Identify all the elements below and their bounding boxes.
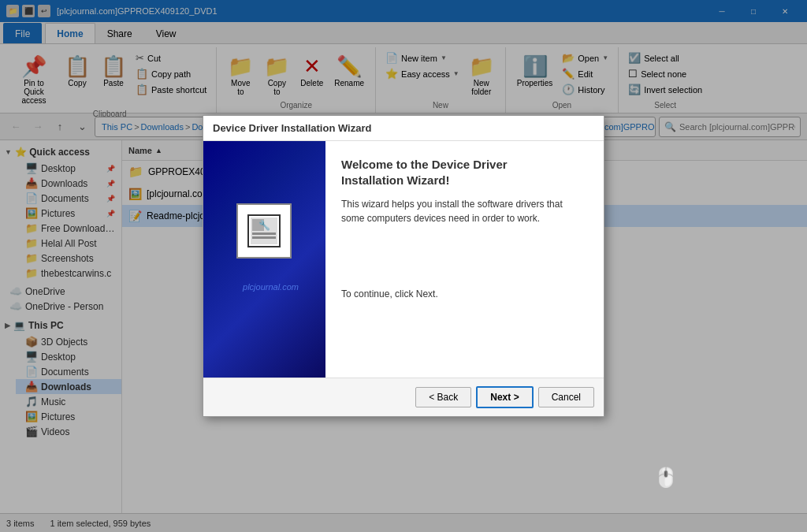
wizard-right-panel: Welcome to the Device Driver Installatio…: [325, 141, 604, 378]
wizard-cancel-button[interactable]: Cancel: [538, 387, 594, 407]
cursor-indicator: 🖱️: [654, 467, 673, 489]
modal-overlay: Device Driver Installation Wizard 🔧: [0, 0, 807, 532]
wizard-logo-svg: 🔧: [244, 211, 284, 251]
svg-rect-3: [252, 233, 276, 235]
wizard-logo-area: 🔧 plcjournal.com: [236, 141, 292, 378]
wizard-left-panel: 🔧 plcjournal.com: [203, 141, 325, 378]
wizard-logo-box: 🔧: [236, 203, 292, 259]
wizard-description: This wizard helps you install the softwa…: [341, 197, 588, 225]
wizard-dialog: Device Driver Installation Wizard 🔧: [203, 115, 604, 417]
wizard-next-button[interactable]: Next >: [476, 386, 533, 408]
wizard-heading: Welcome to the Device Driver Installatio…: [341, 157, 588, 188]
wizard-back-button[interactable]: < Back: [415, 387, 471, 407]
wizard-watermark: plcjournal.com: [243, 282, 299, 292]
wizard-title-bar: Device Driver Installation Wizard: [203, 116, 604, 141]
wizard-title-text: Device Driver Installation Wizard: [213, 122, 371, 134]
svg-text:🔧: 🔧: [258, 219, 270, 231]
wizard-continue-text: To continue, click Next.: [341, 288, 588, 299]
wizard-footer: < Back Next > Cancel: [203, 378, 604, 416]
wizard-body: 🔧 plcjournal.com Welcome to the Device D…: [203, 141, 604, 378]
svg-rect-4: [252, 236, 276, 239]
